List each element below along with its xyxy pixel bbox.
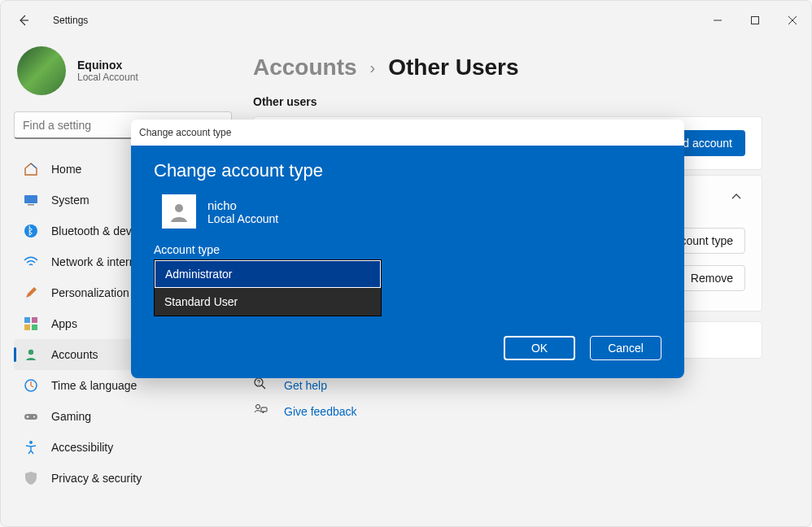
dialog-body: Change account type nicho Local Account … — [131, 146, 684, 378]
titlebar-left: Settings — [1, 4, 88, 37]
svg-point-15 — [256, 405, 260, 409]
accessibility-icon — [24, 440, 38, 455]
remove-button[interactable]: Remove — [679, 265, 745, 291]
svg-rect-4 — [24, 317, 30, 323]
svg-rect-0 — [752, 17, 759, 24]
dialog-actions: OK Cancel — [154, 336, 661, 360]
sidebar-item-label: Time & language — [51, 379, 137, 392]
cancel-button[interactable]: Cancel — [590, 336, 661, 360]
sidebar-item-label: System — [51, 194, 89, 207]
minimize-button[interactable] — [699, 7, 736, 33]
svg-point-17 — [175, 204, 183, 212]
wifi-icon — [24, 255, 38, 269]
dialog-heading: Change account type — [154, 160, 661, 181]
user-name: Equinox — [77, 59, 138, 72]
section-other-users: Other users — [253, 95, 762, 108]
dropdown-option-standard-user[interactable]: Standard User — [155, 288, 381, 316]
sidebar-item-label: Home — [51, 163, 81, 176]
settings-window: Settings Equinox Local Account — [0, 0, 812, 527]
gamepad-icon — [24, 409, 38, 424]
svg-rect-16 — [261, 407, 267, 412]
account-type-label: Account type — [154, 243, 661, 256]
sidebar-item-label: Personalization — [51, 286, 129, 299]
svg-point-12 — [29, 441, 33, 444]
user-block[interactable]: Equinox Local Account — [14, 40, 232, 105]
system-icon — [24, 193, 38, 207]
page-title: Other Users — [388, 54, 518, 81]
svg-point-11 — [33, 416, 35, 418]
bluetooth-icon — [24, 224, 38, 238]
ok-button[interactable]: OK — [504, 336, 575, 360]
dialog-titlebar: Change account type — [131, 120, 684, 146]
titlebar: Settings — [1, 1, 811, 40]
account-type-dropdown[interactable]: Administrator Standard User — [154, 259, 382, 316]
sidebar-item-label: Accounts — [51, 348, 98, 361]
person-icon — [167, 199, 191, 224]
chevron-right-icon: › — [370, 59, 376, 77]
svg-point-8 — [28, 350, 33, 355]
breadcrumb: Accounts › Other Users — [253, 54, 762, 81]
close-button[interactable] — [774, 7, 811, 33]
window-controls — [699, 7, 811, 33]
change-account-type-dialog: Change account type Change account type … — [131, 120, 684, 378]
chevron-up-icon — [731, 191, 742, 206]
svg-rect-10 — [24, 414, 37, 420]
svg-rect-6 — [24, 324, 30, 330]
breadcrumb-parent[interactable]: Accounts — [253, 54, 357, 81]
dropdown-option-administrator[interactable]: Administrator — [155, 260, 381, 288]
sidebar-item-label: Gaming — [51, 410, 91, 423]
maximize-icon — [751, 16, 759, 24]
svg-point-3 — [24, 224, 37, 237]
dialog-user-name: nicho — [207, 198, 278, 212]
dialog-user: nicho Local Account — [162, 194, 661, 229]
minimize-icon — [714, 16, 722, 24]
svg-rect-2 — [28, 204, 34, 206]
apps-icon — [24, 316, 38, 331]
back-button[interactable] — [7, 4, 40, 37]
sidebar-item-label: Accessibility — [51, 441, 113, 454]
maximize-button[interactable] — [736, 7, 774, 33]
home-icon — [24, 162, 38, 176]
svg-rect-7 — [32, 324, 37, 330]
sidebar-item-privacy[interactable]: Privacy & security — [14, 463, 232, 494]
svg-point-14 — [258, 384, 259, 385]
help-row: Get help — [253, 377, 762, 394]
sidebar-item-gaming[interactable]: Gaming — [14, 401, 232, 432]
dialog-user-sub: Local Account — [207, 212, 278, 225]
close-icon — [788, 16, 797, 24]
sidebar-item-label: Apps — [51, 317, 77, 330]
shield-icon — [24, 471, 38, 486]
dialog-avatar — [162, 194, 196, 229]
give-feedback-link[interactable]: Give feedback — [284, 405, 357, 418]
avatar — [17, 46, 66, 95]
svg-rect-1 — [24, 195, 37, 203]
feedback-row: Give feedback — [253, 403, 762, 420]
help-icon — [253, 377, 268, 394]
sidebar-item-accessibility[interactable]: Accessibility — [14, 432, 232, 463]
window-title: Settings — [53, 15, 88, 26]
person-icon — [24, 347, 38, 362]
sidebar-item-label: Privacy & security — [51, 472, 142, 485]
globe-clock-icon — [24, 378, 38, 393]
paintbrush-icon — [24, 285, 38, 300]
feedback-icon — [253, 403, 268, 420]
get-help-link[interactable]: Get help — [284, 379, 327, 392]
user-sub: Local Account — [77, 72, 138, 83]
svg-rect-5 — [32, 317, 37, 323]
arrow-left-icon — [17, 14, 30, 27]
